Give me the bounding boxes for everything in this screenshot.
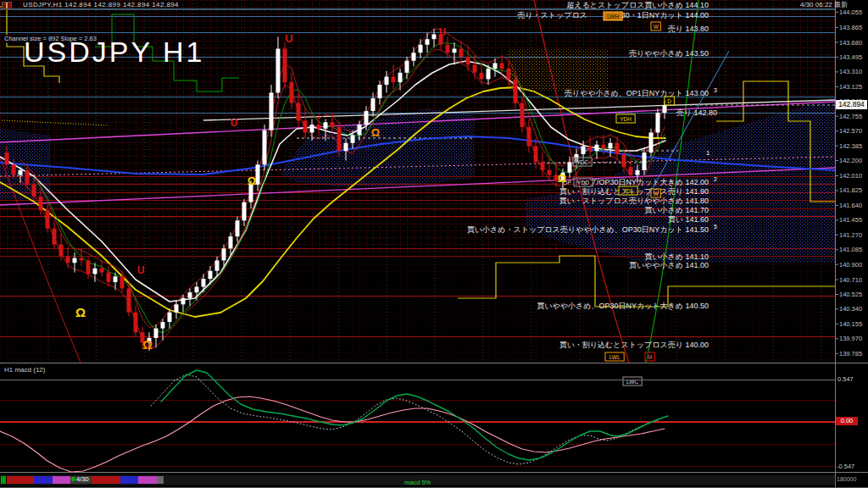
axis-price-label: 143.495 [839, 53, 862, 61]
svg-text:W: W [654, 24, 659, 30]
chart-label-box-LWL[interactable]: LWL [605, 352, 624, 361]
axis-price-label: 143.310 [839, 68, 862, 75]
mt4-chart-window: 超えるとストップロス買い小さめ 144.10売り・ストップロス OP30・1日N… [0, 0, 868, 488]
symbol-Ω: Ω [248, 175, 256, 187]
red-grid-texture-low [0, 254, 835, 363]
price-axis[interactable]: 144.055143.865143.680143.495143.310143.1… [835, 0, 868, 488]
price-annotation[interactable]: 買いやや小さめ 141.00 [629, 261, 709, 269]
macd-axis-max: 0.547 [837, 376, 854, 383]
svg-text:M: M [648, 354, 652, 360]
axis-price-label: 143.680 [839, 39, 862, 47]
price-annotation[interactable]: 売りやや小さめ、OP1日NYカット 143.00 [565, 89, 709, 97]
timeline-date-text: 4/30 [76, 475, 89, 483]
axis-price-label: 142.010 [839, 172, 862, 180]
chart-label-box-W[interactable]: W [651, 22, 660, 30]
datetime-label: 4/30 06:22 最新 [800, 2, 848, 8]
symbol-watermark: USDJPY H1 [24, 37, 204, 66]
price-annotation[interactable]: 買い小さめ・ストップロス売りやや小さめ、OP30日NYカット 141.50 [467, 225, 709, 234]
chart-label-box-LWH[interactable]: LWH [604, 12, 622, 20]
axis-price-label: 140.710 [839, 276, 862, 284]
svg-text:LWH: LWH [607, 14, 619, 19]
timeline-segment [34, 476, 53, 484]
macd-indicator-label: H1 macd (12) [4, 367, 45, 374]
timeline-segment [164, 476, 835, 484]
price-annotation[interactable]: 売りやや小さめ 143.50 [629, 49, 709, 58]
axis-price-label: 140.155 [839, 320, 862, 328]
symbol-U: U [231, 117, 238, 129]
axis-price-label: 142.200 [839, 157, 862, 164]
svg-text:YDH: YDH [620, 116, 632, 122]
macd-axis-zero-tag: 0.00 [836, 417, 858, 425]
macd-axis-min: -0.547 [837, 463, 854, 470]
ohlc-title: USDJPY,H1 142.894 142.899 142.894 142.89… [23, 2, 179, 8]
price-annotation[interactable]: 売り 142.80 [676, 108, 717, 117]
symbol-U: U [439, 26, 447, 38]
svg-text:LWL: LWL [609, 354, 620, 360]
axis-price-label: 141.270 [839, 231, 862, 239]
axis-price-label: 141.825 [839, 186, 862, 194]
axis-price-label: 141.640 [839, 202, 862, 209]
axis-price-label: 142.755 [839, 113, 862, 120]
timeline-date-label[interactable]: 4/30 [71, 476, 89, 483]
superscript-mark: 2 [714, 176, 717, 182]
timeline-note-label: macd 5% [404, 480, 431, 486]
axis-price-label: 140.525 [839, 291, 862, 298]
timeline-segment [157, 476, 164, 484]
axis-price-label: 139.970 [839, 335, 862, 342]
price-chart-canvas[interactable]: 超えるとストップロス買い小さめ 144.10売り・ストップロス OP30・1日N… [0, 0, 868, 488]
symbol-Ω: Ω [558, 172, 566, 185]
timeline-segment [1, 476, 6, 484]
axis-price-label: 143.865 [839, 24, 862, 31]
symbol-U: U [285, 32, 292, 45]
axis-price-label: 142.570 [839, 127, 862, 135]
chart-label-box-M[interactable]: M [645, 352, 654, 361]
date-marker-dot [71, 477, 75, 481]
chart-label-box-YDC[interactable]: YDC [573, 158, 592, 166]
price-annotation[interactable]: 超えるとストップロス買い小さめ 144.10 [566, 1, 709, 9]
axis-price-label: 140.900 [839, 261, 862, 269]
axis-price-label: 139.785 [839, 350, 862, 358]
svg-text:YDL: YDL [623, 188, 634, 194]
price-annotation[interactable]: 買い小さめ 141.10 [644, 252, 709, 261]
svg-text:YDC: YDC [576, 159, 588, 165]
chart-mark: 1 [706, 149, 710, 157]
symbol-Ω: Ω [371, 126, 380, 139]
chart-label-box-YDL[interactable]: YDL [619, 186, 637, 195]
timeline-segment [138, 476, 157, 484]
timeline-segment [7, 476, 34, 484]
price-annotation[interactable]: 買いやや小さめ、OP30日NYカット大きめ 140.50 [537, 302, 709, 310]
price-annotation[interactable]: 買い小さめ 141.70 [644, 206, 709, 214]
timeline-segment [92, 476, 120, 484]
chart-label-box-D[interactable]: D [665, 97, 674, 105]
svg-text:YDO: YDO [577, 180, 589, 186]
chart-label-box-YDO[interactable]: YDO [574, 178, 593, 186]
chart-label-box-LWC[interactable]: LWC [623, 377, 642, 385]
axis-price-label: 140.340 [839, 305, 862, 313]
volume-scale-label: 180000 [837, 476, 856, 482]
axis-price-label: 144.055 [839, 8, 862, 16]
svg-text:D: D [667, 98, 671, 104]
orange-zone [509, 49, 609, 92]
symbol-U: U [137, 264, 145, 276]
axis-price-label: 141.085 [839, 246, 862, 253]
superscript-mark: 3 [714, 87, 717, 93]
timeline-segment [53, 476, 70, 484]
price-annotation[interactable]: 買い 141.60 [668, 215, 709, 224]
symbol-Ω: Ω [142, 337, 153, 352]
symbol-Ω: Ω [75, 305, 86, 319]
current-price-tag: 142.894 [836, 100, 867, 109]
price-annotation[interactable]: 買い・ストップロス売りやや小さめ 141.80 [559, 197, 709, 205]
chart-tab-icon[interactable] [2, 2, 12, 9]
axis-price-label: 142.385 [839, 142, 862, 150]
timeline-segment [120, 476, 138, 484]
chart-label-box-W[interactable]: W [651, 189, 660, 197]
chart-label-box-YDH[interactable]: YDH [616, 114, 635, 123]
svg-text:W: W [654, 191, 659, 197]
price-annotation[interactable]: トップ/OP30日NYカット大きめ 142.00 [573, 178, 709, 186]
axis-price-label: 141.455 [839, 216, 862, 224]
superscript-mark: 5 [714, 224, 717, 230]
price-annotation[interactable]: 買い・割り込むとストップロス売り 140.00 [559, 341, 709, 349]
price-annotation[interactable]: 売り 143.80 [668, 25, 709, 33]
axis-price-label: 143.125 [839, 83, 862, 91]
